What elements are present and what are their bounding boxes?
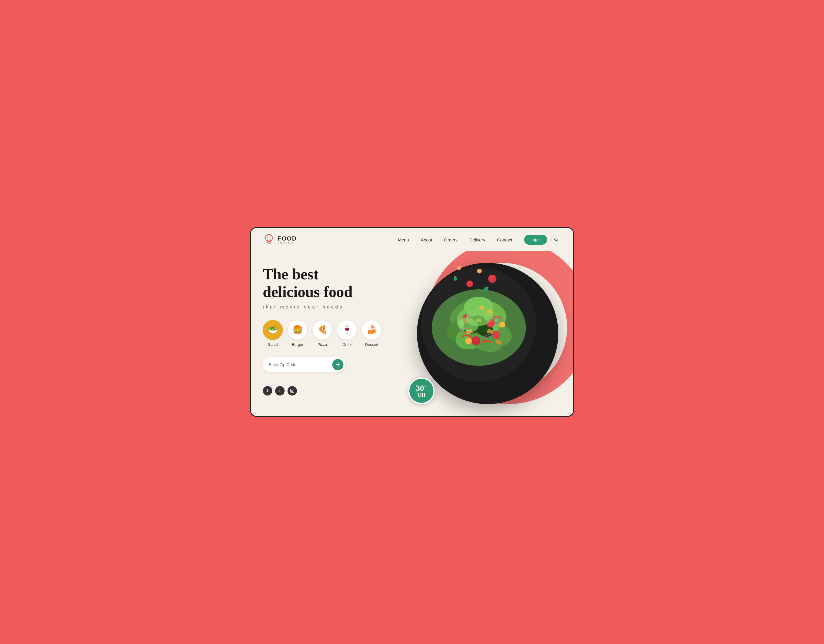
hero-subtitle: that meets your needs [263, 304, 561, 309]
nav-actions: Login [524, 235, 561, 245]
logo-text: FOOD FUSION [278, 236, 297, 244]
login-button[interactable]: Login [524, 235, 547, 245]
logo-tagline: FUSION [278, 241, 297, 244]
hero-title: The best delicious food [263, 265, 561, 301]
zip-input[interactable] [269, 362, 332, 367]
logo-icon [263, 233, 275, 246]
category-drink[interactable]: 🍷 Drink [337, 320, 357, 347]
burger-label: Burger [292, 342, 303, 347]
nav-about[interactable]: About [421, 237, 432, 242]
pizza-label: Pizza [318, 342, 327, 347]
browser-window: FOOD FUSION Menu About Orders Delivery C… [250, 227, 574, 417]
logo-area: FOOD FUSION [263, 233, 297, 246]
main-content: Salad The best delicious food that meets… [251, 251, 573, 416]
zip-submit-button[interactable] [332, 359, 343, 370]
nav-menu[interactable]: Menu [398, 237, 409, 242]
nav-delivery[interactable]: Delivery [469, 237, 485, 242]
dessert-icon-wrap: 🍰 [362, 320, 382, 340]
drink-icon-wrap: 🍷 [337, 320, 357, 340]
arrow-right-icon [335, 362, 340, 367]
facebook-icon[interactable]: f [263, 386, 272, 396]
category-salad[interactable]: 🥗 Salad [263, 320, 283, 347]
nav-orders[interactable]: Orders [444, 237, 458, 242]
svg-rect-9 [291, 389, 294, 393]
salad-label: Salad [268, 342, 278, 347]
nav-contact[interactable]: Contact [497, 237, 512, 242]
left-section: The best delicious food that meets your … [263, 265, 561, 396]
drink-label: Drink [343, 342, 351, 347]
category-burger[interactable]: 🍔 Burger [287, 320, 307, 347]
burger-icon-wrap: 🍔 [287, 320, 307, 340]
svg-point-10 [291, 390, 293, 392]
categories: 🥗 Salad 🍔 Burger 🍕 Pizza 🍷 Drink 🍰 [263, 320, 561, 347]
instagram-glyph [290, 389, 294, 393]
category-pizza[interactable]: 🍕 Pizza [312, 320, 332, 347]
nav-links: Menu About Orders Delivery Contact [398, 237, 512, 242]
dessert-label: Dessert [365, 342, 378, 347]
instagram-icon[interactable] [287, 386, 297, 396]
pizza-icon-wrap: 🍕 [312, 320, 332, 340]
twitter-icon[interactable]: t [275, 386, 284, 396]
search-button[interactable] [551, 235, 561, 245]
zip-form [263, 357, 345, 372]
category-dessert[interactable]: 🍰 Dessert [362, 320, 382, 347]
social-icons: f t [263, 386, 561, 396]
svg-line-8 [557, 241, 558, 242]
svg-point-11 [293, 389, 294, 390]
logo-brand: FOOD [278, 236, 297, 241]
salad-icon-wrap: 🥗 [263, 320, 283, 340]
svg-point-0 [266, 235, 272, 241]
navbar: FOOD FUSION Menu About Orders Delivery C… [251, 228, 573, 251]
search-icon [554, 237, 558, 242]
